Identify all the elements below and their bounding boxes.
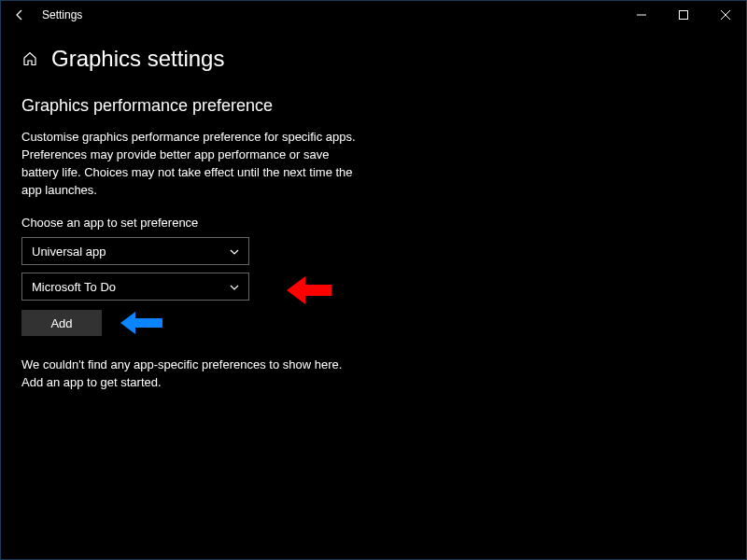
close-icon bbox=[721, 10, 730, 20]
annotation-blue-arrow bbox=[120, 312, 162, 334]
minimize-button[interactable] bbox=[620, 1, 662, 29]
section-description: Customise graphics performance preferenc… bbox=[21, 129, 362, 199]
choose-app-label: Choose an app to set preference bbox=[21, 216, 726, 230]
close-button[interactable] bbox=[704, 1, 746, 29]
app-select-value: Microsoft To Do bbox=[32, 280, 116, 294]
page-title: Graphics settings bbox=[51, 46, 224, 72]
window-title: Settings bbox=[42, 8, 82, 21]
minimize-icon bbox=[637, 10, 646, 20]
annotation-red-arrow bbox=[287, 276, 331, 304]
chevron-down-icon bbox=[230, 246, 239, 257]
svg-marker-2 bbox=[120, 312, 162, 334]
content-area: Graphics settings Graphics performance p… bbox=[1, 29, 746, 401]
maximize-icon bbox=[679, 10, 688, 20]
add-button[interactable]: Add bbox=[21, 310, 102, 336]
back-button[interactable] bbox=[7, 1, 33, 29]
app-type-dropdown[interactable]: Universal app bbox=[21, 237, 249, 265]
app-select-dropdown[interactable]: Microsoft To Do bbox=[21, 273, 249, 301]
svg-marker-1 bbox=[287, 276, 331, 304]
empty-preferences-message: We couldn't find any app-specific prefer… bbox=[21, 357, 358, 392]
section-title: Graphics performance preference bbox=[21, 96, 726, 116]
maximize-button[interactable] bbox=[662, 1, 704, 29]
home-icon[interactable] bbox=[21, 50, 38, 67]
app-type-value: Universal app bbox=[32, 245, 106, 259]
back-arrow-icon bbox=[13, 8, 26, 21]
page-header: Graphics settings bbox=[21, 46, 726, 72]
svg-rect-0 bbox=[679, 11, 687, 20]
titlebar: Settings bbox=[1, 1, 746, 29]
window-controls bbox=[620, 1, 746, 29]
chevron-down-icon bbox=[230, 282, 239, 292]
